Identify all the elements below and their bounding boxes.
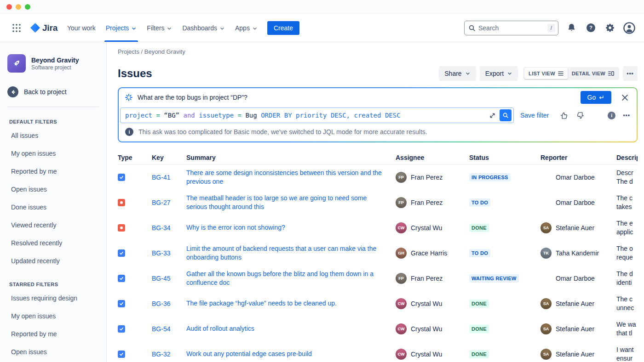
- issue-summary-link[interactable]: Audit of rollout analytics: [186, 324, 396, 333]
- sidebar-item-reported-by-me[interactable]: Reported by me: [0, 325, 106, 343]
- svg-text:?: ?: [589, 25, 592, 30]
- issue-summary-link[interactable]: Gather all the known bugs before the bli…: [186, 270, 396, 287]
- project-header[interactable]: Beyond Gravity Software project: [0, 54, 106, 73]
- assignee-name: Crystal Wu: [411, 351, 442, 358]
- app-switcher-icon[interactable]: [9, 21, 24, 35]
- global-search[interactable]: /: [464, 21, 558, 35]
- table-row[interactable]: BG-54Audit of rollout analyticsCWCrystal…: [118, 316, 638, 341]
- issue-key-link[interactable]: BG-54: [152, 325, 170, 333]
- col-status[interactable]: Status: [469, 154, 540, 161]
- search-input[interactable]: [478, 24, 545, 32]
- issue-key-link[interactable]: BG-27: [152, 199, 170, 206]
- col-summary[interactable]: Summary: [186, 154, 396, 161]
- issue-summary-link[interactable]: Limit the amount of backend requests tha…: [186, 244, 396, 262]
- sidebar-item-my-open-issues[interactable]: My open issues: [0, 144, 106, 162]
- sidebar-item-viewed-recently[interactable]: Viewed recently: [0, 216, 106, 234]
- run-query-button[interactable]: [500, 109, 512, 121]
- sidebar-item-open-issues[interactable]: Open issues: [0, 343, 106, 361]
- col-reporter[interactable]: Reporter: [540, 154, 616, 161]
- jql-token: DESC,: [331, 112, 350, 119]
- export-button[interactable]: Export: [480, 66, 518, 81]
- jql-input[interactable]: project = “BG” and issuetype = Bug ORDER…: [120, 107, 514, 123]
- info-icon[interactable]: i: [608, 112, 615, 119]
- sidebar-item-all-issues[interactable]: All issues: [0, 126, 106, 144]
- issue-summary-link[interactable]: There are some design inconsistencies be…: [186, 169, 396, 186]
- sidebar-section-title: STARRED FILTERS: [0, 282, 106, 287]
- nav-item-your-work[interactable]: Your work: [62, 14, 101, 42]
- window-zoom-dot[interactable]: [25, 4, 30, 10]
- sidebar-item-reported-by-me[interactable]: Reported by me: [0, 162, 106, 180]
- ai-question-input[interactable]: What are the top bugs in project “DP”?: [138, 94, 575, 101]
- description-cell: The oreque: [616, 244, 638, 262]
- jql-more-button[interactable]: •••: [623, 112, 630, 119]
- sidebar-item-updated-recently[interactable]: Updated recently: [0, 252, 106, 270]
- close-ai-panel-button[interactable]: [618, 91, 631, 104]
- col-type[interactable]: Type: [118, 154, 152, 161]
- go-button[interactable]: Go ↵: [581, 91, 611, 104]
- window-close-dot[interactable]: [6, 4, 12, 10]
- avatar: CW: [396, 323, 407, 334]
- create-button[interactable]: Create: [267, 21, 299, 35]
- thumbs-down-icon[interactable]: [576, 111, 585, 120]
- nav-item-filters[interactable]: Filters: [142, 14, 177, 42]
- jql-tail-actions: i •••: [608, 112, 630, 119]
- issue-key-link[interactable]: BG-36: [152, 300, 170, 307]
- issue-summary-link[interactable]: The file package “hgf-value” needs to be…: [186, 299, 396, 308]
- issue-key-link[interactable]: BG-41: [152, 174, 170, 181]
- assignee-cell: CWCrystal Wu: [396, 323, 469, 334]
- table-row[interactable]: BG-32Work out any potential edge cases p…: [118, 341, 638, 362]
- ai-question-row: What are the top bugs in project “DP”? G…: [119, 88, 637, 107]
- table-row[interactable]: BG-41There are some design inconsistenci…: [118, 164, 638, 190]
- col-key[interactable]: Key: [152, 154, 186, 161]
- issue-key-link[interactable]: BG-32: [152, 351, 170, 358]
- window-minimize-dot[interactable]: [16, 4, 21, 10]
- notifications-bell-icon[interactable]: [565, 22, 578, 34]
- col-description[interactable]: Description: [616, 154, 638, 161]
- thumbs-up-icon[interactable]: [560, 111, 569, 120]
- issue-key-link[interactable]: BG-34: [152, 224, 170, 232]
- issue-summary-link[interactable]: Work out any potential edge cases pre-bu…: [186, 350, 396, 358]
- expand-editor-button[interactable]: [488, 111, 497, 120]
- project-sidebar: Beyond Gravity Software project Back to …: [0, 42, 107, 362]
- table-row[interactable]: BG-36The file package “hgf-value” needs …: [118, 291, 638, 316]
- nav-item-dashboards[interactable]: Dashboards: [177, 14, 230, 42]
- issue-key-link[interactable]: BG-45: [152, 275, 170, 282]
- table-row[interactable]: BG-33Limit the amount of backend request…: [118, 240, 638, 266]
- list-view-toggle[interactable]: LIST VIEW: [524, 68, 568, 79]
- question-circle-icon: ?: [586, 23, 596, 33]
- table-row[interactable]: BG-34Why is the error icon not showing?C…: [118, 215, 638, 240]
- back-to-project[interactable]: Back to project: [0, 86, 106, 97]
- table-row[interactable]: BG-45Gather all the known bugs before th…: [118, 266, 638, 291]
- share-button[interactable]: Share: [439, 66, 476, 81]
- sidebar-item-done-issues[interactable]: Done issues: [0, 198, 106, 216]
- issue-summary-link[interactable]: Why is the error icon not showing?: [186, 223, 396, 232]
- save-filter-link[interactable]: Save filter: [520, 112, 549, 119]
- task-icon: [118, 249, 125, 257]
- jira-logo[interactable]: Jira: [29, 23, 62, 33]
- table-header: Type Key Summary Assignee Status Reporte…: [118, 151, 638, 164]
- issue-summary-link[interactable]: The meatball header is too large so we a…: [186, 194, 396, 211]
- task-icon: [118, 275, 125, 282]
- nav-item-projects[interactable]: Projects: [101, 14, 142, 42]
- sidebar-item-issues-requiring-design[interactable]: Issues requiring design: [0, 289, 106, 307]
- back-to-project-label: Back to project: [24, 88, 67, 96]
- sidebar-item-open-issues[interactable]: Open issues: [0, 180, 106, 198]
- issue-key-link[interactable]: BG-33: [152, 249, 170, 257]
- table-row[interactable]: BG-27The meatball header is too large so…: [118, 190, 638, 215]
- main-content: Projects / Beyond Gravity Issues Share E…: [107, 42, 644, 362]
- status-cell: DONE: [469, 324, 540, 333]
- sidebar-item-my-open-issues[interactable]: My open issues: [0, 307, 106, 325]
- settings-gear-icon[interactable]: [604, 22, 616, 34]
- more-actions-button[interactable]: •••: [623, 66, 638, 81]
- help-icon[interactable]: ?: [584, 22, 597, 34]
- summary-cell: Gather all the known bugs before the bli…: [186, 270, 396, 287]
- breadcrumb[interactable]: Projects / Beyond Gravity: [118, 48, 638, 55]
- chevron-down-icon: [167, 26, 172, 31]
- sidebar-item-resolved-recently[interactable]: Resolved recently: [0, 234, 106, 252]
- col-assignee[interactable]: Assignee: [396, 154, 469, 161]
- profile-avatar[interactable]: [623, 22, 636, 34]
- detail-view-toggle[interactable]: DETAIL VIEW: [568, 68, 618, 79]
- nav-item-apps[interactable]: Apps: [230, 14, 263, 42]
- jql-token: and: [183, 112, 195, 119]
- expand-icon: [489, 112, 496, 119]
